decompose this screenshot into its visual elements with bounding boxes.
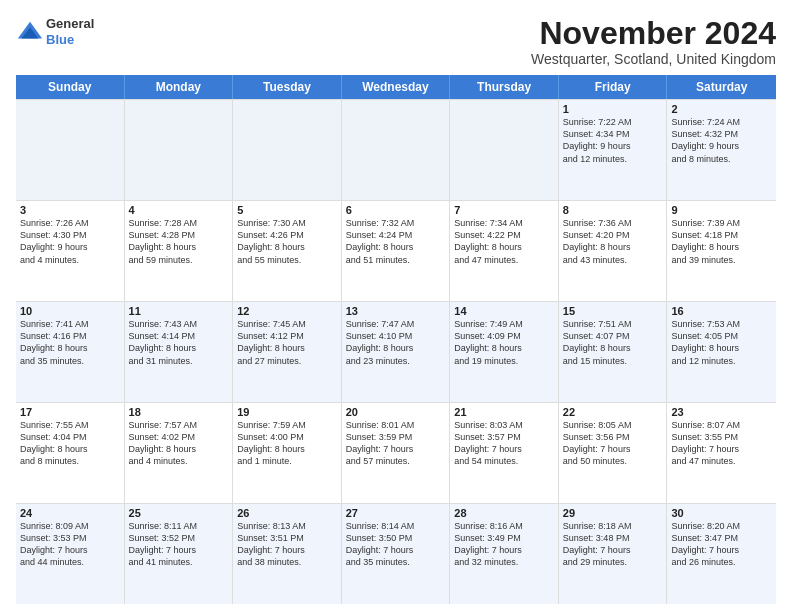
day-number: 1: [563, 103, 663, 115]
cal-cell-day-28: 28Sunrise: 8:16 AM Sunset: 3:49 PM Dayli…: [450, 504, 559, 604]
logo-icon: [16, 18, 44, 46]
day-number: 25: [129, 507, 229, 519]
header-monday: Monday: [125, 75, 234, 99]
cal-cell-day-20: 20Sunrise: 8:01 AM Sunset: 3:59 PM Dayli…: [342, 403, 451, 503]
cal-cell-empty-0-0: [16, 100, 125, 200]
location: Westquarter, Scotland, United Kingdom: [531, 51, 776, 67]
day-number: 5: [237, 204, 337, 216]
day-info: Sunrise: 7:36 AM Sunset: 4:20 PM Dayligh…: [563, 217, 663, 266]
cal-cell-day-30: 30Sunrise: 8:20 AM Sunset: 3:47 PM Dayli…: [667, 504, 776, 604]
cal-cell-day-19: 19Sunrise: 7:59 AM Sunset: 4:00 PM Dayli…: [233, 403, 342, 503]
cal-cell-day-6: 6Sunrise: 7:32 AM Sunset: 4:24 PM Daylig…: [342, 201, 451, 301]
day-number: 26: [237, 507, 337, 519]
cal-cell-day-16: 16Sunrise: 7:53 AM Sunset: 4:05 PM Dayli…: [667, 302, 776, 402]
day-info: Sunrise: 8:03 AM Sunset: 3:57 PM Dayligh…: [454, 419, 554, 468]
cal-cell-day-2: 2Sunrise: 7:24 AM Sunset: 4:32 PM Daylig…: [667, 100, 776, 200]
day-number: 2: [671, 103, 772, 115]
calendar: Sunday Monday Tuesday Wednesday Thursday…: [16, 75, 776, 604]
cal-cell-empty-0-2: [233, 100, 342, 200]
day-info: Sunrise: 7:32 AM Sunset: 4:24 PM Dayligh…: [346, 217, 446, 266]
day-number: 30: [671, 507, 772, 519]
header-friday: Friday: [559, 75, 668, 99]
cal-cell-day-24: 24Sunrise: 8:09 AM Sunset: 3:53 PM Dayli…: [16, 504, 125, 604]
cal-cell-day-5: 5Sunrise: 7:30 AM Sunset: 4:26 PM Daylig…: [233, 201, 342, 301]
cal-cell-day-13: 13Sunrise: 7:47 AM Sunset: 4:10 PM Dayli…: [342, 302, 451, 402]
day-info: Sunrise: 7:43 AM Sunset: 4:14 PM Dayligh…: [129, 318, 229, 367]
header-saturday: Saturday: [667, 75, 776, 99]
cal-cell-day-26: 26Sunrise: 8:13 AM Sunset: 3:51 PM Dayli…: [233, 504, 342, 604]
cal-row-1: 3Sunrise: 7:26 AM Sunset: 4:30 PM Daylig…: [16, 200, 776, 301]
day-info: Sunrise: 8:09 AM Sunset: 3:53 PM Dayligh…: [20, 520, 120, 569]
cal-cell-day-1: 1Sunrise: 7:22 AM Sunset: 4:34 PM Daylig…: [559, 100, 668, 200]
cal-cell-day-14: 14Sunrise: 7:49 AM Sunset: 4:09 PM Dayli…: [450, 302, 559, 402]
day-info: Sunrise: 7:45 AM Sunset: 4:12 PM Dayligh…: [237, 318, 337, 367]
cal-cell-day-17: 17Sunrise: 7:55 AM Sunset: 4:04 PM Dayli…: [16, 403, 125, 503]
day-info: Sunrise: 7:51 AM Sunset: 4:07 PM Dayligh…: [563, 318, 663, 367]
day-info: Sunrise: 7:53 AM Sunset: 4:05 PM Dayligh…: [671, 318, 772, 367]
cal-cell-day-4: 4Sunrise: 7:28 AM Sunset: 4:28 PM Daylig…: [125, 201, 234, 301]
cal-row-3: 17Sunrise: 7:55 AM Sunset: 4:04 PM Dayli…: [16, 402, 776, 503]
day-number: 27: [346, 507, 446, 519]
day-info: Sunrise: 8:05 AM Sunset: 3:56 PM Dayligh…: [563, 419, 663, 468]
day-number: 19: [237, 406, 337, 418]
cal-cell-day-7: 7Sunrise: 7:34 AM Sunset: 4:22 PM Daylig…: [450, 201, 559, 301]
day-info: Sunrise: 7:24 AM Sunset: 4:32 PM Dayligh…: [671, 116, 772, 165]
day-number: 4: [129, 204, 229, 216]
logo-blue: Blue: [46, 32, 94, 48]
day-info: Sunrise: 7:57 AM Sunset: 4:02 PM Dayligh…: [129, 419, 229, 468]
day-info: Sunrise: 7:30 AM Sunset: 4:26 PM Dayligh…: [237, 217, 337, 266]
cal-cell-day-12: 12Sunrise: 7:45 AM Sunset: 4:12 PM Dayli…: [233, 302, 342, 402]
day-number: 6: [346, 204, 446, 216]
day-info: Sunrise: 7:22 AM Sunset: 4:34 PM Dayligh…: [563, 116, 663, 165]
cal-cell-empty-0-1: [125, 100, 234, 200]
day-info: Sunrise: 8:13 AM Sunset: 3:51 PM Dayligh…: [237, 520, 337, 569]
page-header: General Blue November 2024 Westquarter, …: [16, 16, 776, 67]
day-info: Sunrise: 7:59 AM Sunset: 4:00 PM Dayligh…: [237, 419, 337, 468]
day-number: 23: [671, 406, 772, 418]
day-number: 14: [454, 305, 554, 317]
cal-cell-day-22: 22Sunrise: 8:05 AM Sunset: 3:56 PM Dayli…: [559, 403, 668, 503]
cal-cell-empty-0-4: [450, 100, 559, 200]
day-info: Sunrise: 7:28 AM Sunset: 4:28 PM Dayligh…: [129, 217, 229, 266]
day-number: 13: [346, 305, 446, 317]
cal-cell-day-15: 15Sunrise: 7:51 AM Sunset: 4:07 PM Dayli…: [559, 302, 668, 402]
calendar-body: 1Sunrise: 7:22 AM Sunset: 4:34 PM Daylig…: [16, 99, 776, 604]
header-wednesday: Wednesday: [342, 75, 451, 99]
day-number: 29: [563, 507, 663, 519]
day-number: 7: [454, 204, 554, 216]
cal-cell-day-10: 10Sunrise: 7:41 AM Sunset: 4:16 PM Dayli…: [16, 302, 125, 402]
day-info: Sunrise: 8:11 AM Sunset: 3:52 PM Dayligh…: [129, 520, 229, 569]
day-number: 9: [671, 204, 772, 216]
cal-cell-day-25: 25Sunrise: 8:11 AM Sunset: 3:52 PM Dayli…: [125, 504, 234, 604]
day-number: 20: [346, 406, 446, 418]
day-number: 22: [563, 406, 663, 418]
cal-cell-day-3: 3Sunrise: 7:26 AM Sunset: 4:30 PM Daylig…: [16, 201, 125, 301]
cal-cell-day-21: 21Sunrise: 8:03 AM Sunset: 3:57 PM Dayli…: [450, 403, 559, 503]
cal-cell-day-27: 27Sunrise: 8:14 AM Sunset: 3:50 PM Dayli…: [342, 504, 451, 604]
cal-cell-day-8: 8Sunrise: 7:36 AM Sunset: 4:20 PM Daylig…: [559, 201, 668, 301]
day-info: Sunrise: 8:20 AM Sunset: 3:47 PM Dayligh…: [671, 520, 772, 569]
cal-row-0: 1Sunrise: 7:22 AM Sunset: 4:34 PM Daylig…: [16, 99, 776, 200]
day-info: Sunrise: 7:55 AM Sunset: 4:04 PM Dayligh…: [20, 419, 120, 468]
day-info: Sunrise: 8:01 AM Sunset: 3:59 PM Dayligh…: [346, 419, 446, 468]
cal-cell-empty-0-3: [342, 100, 451, 200]
day-number: 15: [563, 305, 663, 317]
day-number: 8: [563, 204, 663, 216]
day-info: Sunrise: 8:16 AM Sunset: 3:49 PM Dayligh…: [454, 520, 554, 569]
day-number: 11: [129, 305, 229, 317]
cal-cell-day-29: 29Sunrise: 8:18 AM Sunset: 3:48 PM Dayli…: [559, 504, 668, 604]
header-sunday: Sunday: [16, 75, 125, 99]
day-number: 17: [20, 406, 120, 418]
calendar-header: Sunday Monday Tuesday Wednesday Thursday…: [16, 75, 776, 99]
logo-general: General: [46, 16, 94, 32]
day-info: Sunrise: 8:07 AM Sunset: 3:55 PM Dayligh…: [671, 419, 772, 468]
day-info: Sunrise: 7:26 AM Sunset: 4:30 PM Dayligh…: [20, 217, 120, 266]
day-number: 10: [20, 305, 120, 317]
day-number: 3: [20, 204, 120, 216]
day-info: Sunrise: 7:41 AM Sunset: 4:16 PM Dayligh…: [20, 318, 120, 367]
day-info: Sunrise: 7:49 AM Sunset: 4:09 PM Dayligh…: [454, 318, 554, 367]
day-number: 24: [20, 507, 120, 519]
calendar-page: General Blue November 2024 Westquarter, …: [0, 0, 792, 612]
day-number: 18: [129, 406, 229, 418]
day-number: 12: [237, 305, 337, 317]
